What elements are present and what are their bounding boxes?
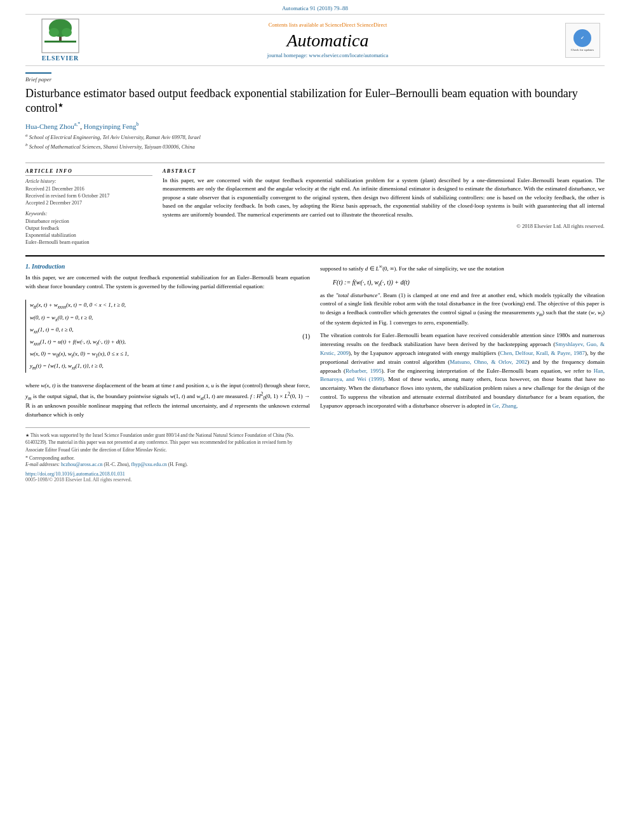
affiliation-a: a School of Electrical Engineering, Tel … [25, 132, 605, 142]
ref-ge-zhang[interactable]: Ge, Zhang, [492, 403, 518, 409]
brief-paper-label: Brief paper [25, 72, 51, 83]
abstract-title: ABSTRACT [163, 168, 605, 174]
keyword-2: Output feedback [25, 225, 152, 231]
elsevier-logo: ELSEVIER [25, 18, 95, 62]
keyword-4: Euler–Bernoulli beam equation [25, 239, 152, 245]
content: Brief paper Disturbance estimator based … [0, 66, 630, 489]
author-hongyinping-feng: Hongyinping Feng [84, 122, 137, 130]
doi-link[interactable]: https://doi.org/10.1016/j.automatica.201… [25, 471, 310, 477]
author-hua-cheng-zhou: Hua-Cheng Zhou [25, 122, 74, 130]
right-column: supposed to satisfy d ∈ L∞(0, ∞). For th… [320, 263, 605, 483]
keyword-1: Disturbance rejection [25, 218, 152, 224]
svg-rect-0 [44, 41, 76, 43]
main-body: 1. Introduction In this paper, we are co… [25, 255, 605, 483]
abstract-copyright: © 2018 Elsevier Ltd. All rights reserved… [163, 223, 605, 229]
journal-header: Automatica 91 (2018) 79–88 ELSEVIER [0, 0, 630, 66]
check-updates-label: Check for updates [571, 48, 594, 51]
email-note: E-mail addresses: hczhou@aross.ac.cn (H.… [25, 461, 310, 469]
eq-row-2: w(0, t) = wx(0, t) = 0, t ≥ 0, [30, 312, 129, 324]
history-accepted: Accepted 2 December 2017 [25, 200, 152, 206]
paper-title: Disturbance estimator based output feedb… [25, 86, 605, 116]
keywords-title: Keywords: [25, 211, 152, 217]
equation-system-1: wtt(x, t) + wxxxx(x, t) = 0, 0 < x < 1, … [25, 300, 129, 372]
check-updates-circle: ✓ [573, 29, 591, 47]
right-para-before-eq: supposed to satisfy d ∈ L∞(0, ∞). For th… [320, 263, 605, 274]
journal-url-top: Automatica 91 (2018) 79–88 [282, 5, 348, 11]
history-revised: Received in revised form 6 October 2017 [25, 193, 152, 199]
eq-row-4: wxxx(1, t) = u(t) + f(w(·, t), wt(·, t))… [30, 337, 129, 349]
article-info: ARTICLE INFO Article history: Received 2… [25, 168, 152, 246]
ref-rebarber[interactable]: Rebarber, 1995 [345, 368, 382, 374]
corresponding-note: * Corresponding author. [25, 455, 310, 461]
article-info-title: ARTICLE INFO [25, 168, 152, 176]
intro-para2: where w(x, t) is the transverse displace… [25, 382, 310, 420]
history-received: Received 21 December 2016 [25, 186, 152, 192]
right-ft-description: as the "total disturbance". Beam (1) is … [320, 291, 605, 328]
article-history-title: Article history: [25, 178, 152, 184]
footnote-divider: ★ This work was supported by the Israel … [25, 427, 310, 483]
email-fhyp[interactable]: fhyp@sxu.edu.cn [131, 462, 167, 467]
check-updates-logo: ✓ Check for updates [560, 23, 605, 58]
journal-name: Automatica [102, 30, 554, 51]
eq-row-5: w(x, 0) = w0(x), wt(x, 0) = w1(x), 0 ≤ x… [30, 349, 129, 361]
eq-row-1: wtt(x, t) + wxxxx(x, t) = 0, 0 < x < 1, … [30, 300, 129, 312]
svg-point-4 [62, 28, 72, 37]
sciencedirect-link: Contents lists available at ScienceDirec… [102, 22, 554, 28]
right-para2: The vibration controls for Euler–Bernoul… [320, 331, 605, 411]
abstract-section: ABSTRACT In this paper, we are concerned… [163, 168, 605, 246]
check-updates-box: ✓ Check for updates [565, 23, 600, 58]
keyword-3: Exponential stabilization [25, 232, 152, 238]
eq-row-3: wxx(1, t) = 0, t ≥ 0, [30, 324, 129, 337]
footnote-star-text: ★ This work was supported by the Israel … [25, 432, 310, 453]
email-hczhou[interactable]: hczhou@aross.ac.cn [61, 462, 103, 467]
page: Automatica 91 (2018) 79–88 ELSEVIER [0, 0, 630, 840]
article-info-abstract: ARTICLE INFO Article history: Received 2… [25, 163, 605, 246]
equation-number-1: (1) [297, 333, 310, 340]
ft-equation: F(t) := f(w(·, t), wt(·, t)) + d(t) [333, 279, 605, 288]
header-content: ELSEVIER Contents lists available at Sci… [25, 14, 605, 66]
section-intro-title: 1. Introduction [25, 263, 310, 270]
journal-title-block: Contents lists available at ScienceDirec… [95, 22, 560, 58]
equation-1-content: wtt(x, t) + wxxxx(x, t) = 0, 0 < x < 1, … [25, 296, 310, 376]
homepage-link: journal homepage: www.elsevier.com/locat… [102, 52, 554, 58]
equation-1-wrapper: wtt(x, t) + wxxxx(x, t) = 0, 0 < x < 1, … [25, 296, 310, 376]
ref-chen[interactable]: Chen, Delfour, Krall, & Payre, 1987 [500, 350, 585, 356]
authors: Hua-Cheng Zhoua,*, Hongyinping Fengb [25, 121, 605, 130]
ref-matsuno[interactable]: Matsuno, Ohno, & Orlov, 2002 [450, 359, 527, 365]
left-column: 1. Introduction In this paper, we are co… [25, 263, 310, 483]
issn-text: 0005-1098/© 2018 Elsevier Ltd. All right… [25, 477, 310, 483]
eq-row-6: ym(t) = {w(1, t), wxt(1, t)}, t ≥ 0, [30, 361, 129, 373]
affiliation-b: b School of Mathematical Sciences, Shanx… [25, 142, 605, 151]
svg-point-3 [49, 28, 59, 37]
abstract-text: In this paper, we are concerned with the… [163, 177, 605, 220]
elsevier-tree-icon [41, 18, 79, 53]
intro-para1: In this paper, we are concerned with the… [25, 274, 310, 291]
affiliations: a School of Electrical Engineering, Tel … [25, 132, 605, 150]
elsevier-text: ELSEVIER [42, 55, 79, 62]
